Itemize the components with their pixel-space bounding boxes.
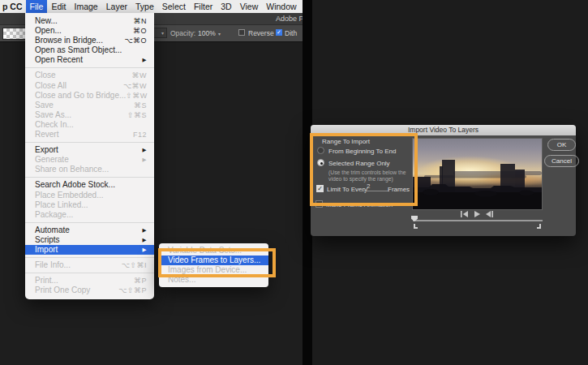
dither-checkbox[interactable]: ✓ — [276, 29, 282, 36]
cityscape-silhouette — [413, 139, 542, 209]
menu-item[interactable]: Close and Go to Bridge... ⇧⌘W — [25, 91, 154, 101]
menubar-item-file[interactable]: File — [26, 0, 48, 13]
menu-item[interactable]: Share on Behance... — [25, 165, 154, 174]
menu-item[interactable]: Scripts ▶ — [25, 235, 154, 245]
menu-item[interactable]: Open as Smart Object... — [25, 45, 154, 55]
menu-item-label: Place Linked... — [35, 200, 88, 210]
menu-item-label: Place Embedded... — [35, 191, 104, 200]
menu-item[interactable]: Revert F12 — [25, 130, 154, 140]
submenu-item-label: Variable Data Sets... — [168, 246, 242, 256]
app-name-partial: p CC — [0, 2, 26, 11]
menubar-item-window[interactable]: Window — [262, 0, 300, 13]
menu-item-shortcut: ⌥⌘W — [123, 81, 147, 91]
submenu-item[interactable]: Images from Device... — [159, 265, 268, 275]
limit-checkbox[interactable]: ✓ — [316, 185, 324, 192]
radio-selected-range[interactable] — [317, 159, 324, 166]
menu-item[interactable]: Print One Copy ⌥⇧⌘P — [25, 286, 154, 295]
menu-item-label: Open... — [35, 26, 62, 36]
submenu-item[interactable]: Notes... — [159, 275, 268, 285]
menu-item-label: Search Adobe Stock... — [35, 180, 115, 190]
menu-item[interactable]: Automate ▶ — [25, 225, 154, 235]
menubar-item-type[interactable]: Type — [131, 0, 158, 13]
make-frame-animation-checkbox[interactable] — [315, 200, 323, 208]
range-helper-line1: (Use the trim controls below the — [328, 170, 406, 176]
menu-item-label: Browse in Bridge... — [35, 36, 103, 45]
menu-item-label: Import — [35, 245, 58, 255]
menu-item-label: Automate — [35, 225, 70, 235]
menu-item-label: Close All — [35, 81, 67, 91]
menu-item-label: Check In... — [35, 120, 74, 130]
menu-item-shortcut: ⌥⌘O — [124, 36, 147, 45]
menu-item[interactable]: Open... ⌘O — [25, 26, 154, 36]
menu-item-label: Close and Go to Bridge... — [35, 91, 126, 101]
menu-item[interactable]: Open Recent ▶ — [25, 55, 154, 65]
menu-item[interactable]: New... ⌘N — [25, 16, 154, 26]
menubar-item-select[interactable]: Select — [158, 0, 190, 13]
menubar-item-image[interactable]: Image — [71, 0, 102, 13]
opacity-label: Opacity: — [170, 29, 195, 37]
menu-item-shortcut: ⌥⇧⌘P — [118, 286, 147, 295]
trim-end-marker[interactable] — [539, 224, 541, 229]
menu-separator — [25, 222, 154, 223]
menu-item[interactable]: Save As... ⇧⌘S — [25, 110, 154, 120]
menu-separator — [25, 177, 154, 178]
trim-start-marker[interactable] — [414, 224, 415, 229]
play-icon — [474, 211, 480, 217]
opacity-value[interactable]: 100% — [198, 29, 216, 37]
screenshot-root: p CC File Edit Image Layer Type Select F… — [0, 0, 588, 365]
menu-separator — [25, 257, 154, 258]
menubar-item-filter[interactable]: Filter — [190, 0, 217, 13]
menubar-item-layer[interactable]: Layer — [102, 0, 131, 13]
radio-from-beginning-label[interactable]: From Beginning To End — [328, 148, 396, 155]
radio-selected-range-label[interactable]: Selected Range Only — [328, 160, 390, 167]
menu-item-shortcut: ⇧⌘W — [126, 91, 148, 101]
menu-item-label: New... — [35, 16, 58, 26]
submenu-item[interactable]: Variable Data Sets... — [159, 246, 268, 256]
menu-item[interactable]: Package... — [25, 210, 154, 220]
menu-item[interactable]: Check In... — [25, 120, 154, 130]
reverse-checkbox[interactable] — [238, 29, 245, 36]
menu-item[interactable]: Export ▶ — [25, 145, 154, 155]
menu-item[interactable]: Import ▶ — [25, 245, 154, 255]
menu-item-label: Export — [35, 145, 58, 155]
menu-item[interactable]: Save ⌘S — [25, 101, 154, 110]
menubar-item-edit[interactable]: Edit — [47, 0, 70, 13]
menu-item[interactable]: Close All ⌥⌘W — [25, 81, 154, 91]
limit-frames-input[interactable] — [359, 182, 389, 191]
menu-item-shortcut: ⇧⌘S — [127, 110, 147, 120]
menubar-item-view[interactable]: View — [236, 0, 263, 13]
reverse-label: Reverse — [248, 29, 274, 37]
submenu-item-label: Images from Device... — [168, 265, 247, 275]
import-video-dialog: Import Video To Layers Range To Import F… — [311, 125, 576, 236]
menu-item-label: Open Recent — [35, 55, 83, 65]
playback-controls[interactable] — [459, 211, 495, 217]
radio-from-beginning[interactable] — [317, 147, 324, 154]
menu-item[interactable]: File Info... ⌥⇧⌘I — [25, 260, 154, 270]
trim-slider-track[interactable] — [413, 220, 543, 221]
menu-item[interactable]: Browse in Bridge... ⌥⌘O — [25, 36, 154, 45]
menu-item-label: Generate — [35, 155, 69, 165]
menu-item[interactable]: Generate ▶ — [25, 155, 154, 165]
menu-item[interactable]: Close ⌘W — [25, 71, 154, 80]
menu-separator — [25, 67, 154, 68]
menu-item[interactable]: Place Linked... — [25, 200, 154, 210]
menu-item-shortcut: ⌥⇧⌘I — [122, 260, 147, 270]
cancel-button[interactable]: Cancel — [544, 155, 579, 167]
menu-item-shortcut: ▶ — [143, 225, 148, 235]
make-frame-animation-label: Make Frame Animation — [326, 201, 393, 208]
menu-item-shortcut: ⌘W — [132, 71, 148, 80]
submenu-item-label: Video Frames to Layers... — [168, 256, 260, 265]
menu-item[interactable]: Place Embedded... — [25, 191, 154, 200]
ok-button[interactable]: OK — [547, 139, 576, 151]
menu-item[interactable]: Search Adobe Stock... — [25, 180, 154, 190]
menubar-item-3d[interactable]: 3D — [217, 0, 235, 13]
opacity-chevron-icon[interactable]: ▾ — [218, 31, 221, 36]
step-forward-icon — [486, 211, 491, 217]
menu-item-label: Save — [35, 101, 54, 110]
menu-item-shortcut: ▶ — [143, 235, 148, 245]
submenu-item[interactable]: Video Frames to Layers... — [159, 256, 268, 265]
menu-item-label: File Info... — [35, 260, 71, 270]
menu-item-label: Package... — [35, 210, 73, 220]
menu-item-label: Print... — [35, 276, 58, 286]
menu-item[interactable]: Print... ⌘P — [25, 276, 154, 286]
